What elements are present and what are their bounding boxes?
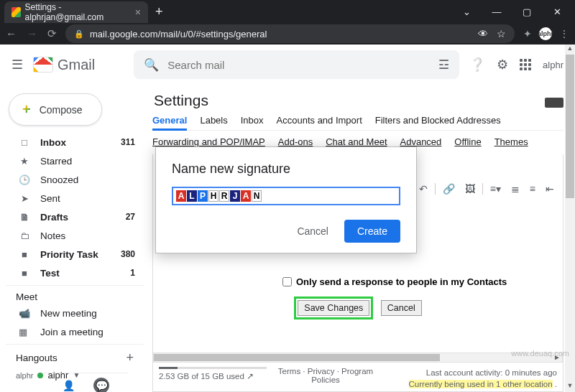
sidebar-item-count: 311 <box>121 137 135 147</box>
forward-icon: → <box>27 27 37 40</box>
settings-cancel-button[interactable]: Cancel <box>381 300 422 316</box>
scroll-up-icon[interactable]: ▲ <box>565 45 575 55</box>
meet-heading: Meet <box>16 291 37 302</box>
close-window-icon[interactable]: ✕ <box>549 6 565 17</box>
signature-char: H <box>208 190 218 202</box>
sidebar-item-drafts[interactable]: 🗎Drafts27 <box>6 207 144 226</box>
name-signature-dialog: Name new signature ALPHRJAN Cancel Creat… <box>155 146 417 253</box>
signature-name-input[interactable]: ALPHRJAN <box>172 187 400 205</box>
sidebar-item-label: Inbox <box>40 137 111 148</box>
sidebar-item-test[interactable]: ■Test1 <box>6 263 144 282</box>
tab-advanced[interactable]: Advanced <box>400 136 442 147</box>
close-tab-icon[interactable]: × <box>135 6 141 18</box>
new-hangout-icon[interactable]: + <box>126 350 134 365</box>
profile-avatar[interactable]: alphr <box>539 27 552 40</box>
sidebar-item-count: 27 <box>126 212 135 222</box>
save-changes-button[interactable]: Save Changes <box>298 300 369 316</box>
search-input[interactable] <box>167 59 430 71</box>
search-options-icon[interactable]: ☲ <box>438 57 449 73</box>
tab-themes[interactable]: Themes <box>494 136 528 147</box>
numbered-list-icon[interactable]: ≣ <box>508 182 523 196</box>
dialog-cancel-button[interactable]: Cancel <box>287 220 339 243</box>
extensions-icon[interactable]: ✦ <box>523 28 532 39</box>
tab-offline[interactable]: Offline <box>454 136 481 147</box>
footer-links[interactable]: Terms · Privacy · Program Policies <box>278 367 373 384</box>
signature-char: R <box>219 190 229 202</box>
address-bar[interactable]: 🔒 mail.google.com/mail/u/0/#settings/gen… <box>65 24 515 43</box>
contacts-only-label: Only send a response to people in my Con… <box>296 276 507 287</box>
hangouts-heading: Hangouts <box>16 353 58 363</box>
sidebar-item-sent[interactable]: ➤Sent <box>6 189 144 207</box>
sidebar-item-label: Notes <box>40 230 125 241</box>
meet-icon: ▦ <box>19 327 30 337</box>
sidebar-item-label: Test <box>40 268 120 279</box>
reload-icon[interactable]: ⟳ <box>47 27 57 40</box>
browser-tab[interactable]: Settings - alphrjan@gmail.com × <box>4 1 148 23</box>
sidebar-item-inbox[interactable]: □Inbox311 <box>6 133 144 151</box>
contacts-only-checkbox[interactable] <box>282 277 292 286</box>
dialog-create-button[interactable]: Create <box>344 220 400 243</box>
main-menu-icon[interactable]: ☰ <box>12 57 23 73</box>
tab-forwarding-and-pop-imap[interactable]: Forwarding and POP/IMAP <box>152 136 265 147</box>
sidebar-item-notes[interactable]: 🗀Notes <box>6 226 144 245</box>
scroll-down-icon[interactable]: ▼ <box>565 382 575 392</box>
eye-icon[interactable]: 👁 <box>478 28 488 39</box>
link-icon[interactable]: 🔗 <box>440 182 458 196</box>
meet-new-meeting[interactable]: 📹New meeting <box>6 304 144 322</box>
meet-join-a-meeting[interactable]: ▦Join a meeting <box>6 322 144 341</box>
sidebar-item-label: Drafts <box>40 212 116 223</box>
search-icon[interactable]: 🔍 <box>144 57 159 73</box>
sidebar-item-priority-task[interactable]: ■Priority Task380 <box>6 245 144 263</box>
folder-icon: ★ <box>19 156 30 167</box>
compose-button[interactable]: + Compose <box>9 93 102 126</box>
search-box[interactable]: 🔍 ☲ <box>134 50 459 79</box>
new-tab-button[interactable]: + <box>155 4 163 19</box>
tab-accounts-and-import[interactable]: Accounts and Import <box>277 115 362 126</box>
horizontal-scrollbar[interactable]: ◄ ► <box>153 353 563 363</box>
undo-icon[interactable]: ↶ <box>416 182 431 196</box>
vscrollbar-thumb[interactable] <box>566 55 574 198</box>
maximize-icon[interactable]: ▢ <box>519 6 535 17</box>
signature-char: J <box>230 190 240 202</box>
chevron-down-icon[interactable]: ⌄ <box>459 6 474 17</box>
support-icon[interactable]: ❔ <box>469 57 485 73</box>
plus-icon: + <box>22 101 31 118</box>
language-selector[interactable] <box>545 98 564 108</box>
signature-char: N <box>252 190 262 202</box>
tab-labels[interactable]: Labels <box>200 115 227 126</box>
hangouts-chat-tab[interactable]: 💬 <box>93 378 109 392</box>
back-icon[interactable]: ← <box>6 27 17 40</box>
indent-icon[interactable]: ⇤ <box>543 182 557 196</box>
watermark-text: www.deuaq.com <box>511 349 569 358</box>
gmail-logo[interactable]: Gmail <box>33 57 95 73</box>
sidebar-item-snoozed[interactable]: 🕒Snoozed <box>6 170 144 189</box>
lock-icon: 🔒 <box>74 29 84 39</box>
sidebar-item-starred[interactable]: ★Starred <box>6 151 144 170</box>
page-title: Settings <box>152 90 208 115</box>
tab-inbox[interactable]: Inbox <box>241 115 264 126</box>
image-icon[interactable]: 🖼 <box>462 182 478 196</box>
vertical-scrollbar[interactable]: ▲ ▼ <box>565 45 575 392</box>
hangouts-person-tab[interactable]: 👤 <box>60 378 76 392</box>
align-icon[interactable]: ≡▾ <box>487 182 504 196</box>
account-label[interactable]: alphr <box>543 60 564 70</box>
folder-icon: □ <box>19 137 30 148</box>
star-icon[interactable]: ☆ <box>497 28 506 39</box>
highlight-frame: Save Changes <box>294 297 373 319</box>
folder-icon: ■ <box>19 249 30 260</box>
tab-filters-and-blocked-addresses[interactable]: Filters and Blocked Addresses <box>375 115 501 126</box>
tab-general[interactable]: General <box>152 115 187 131</box>
tab-add-ons[interactable]: Add-ons <box>278 136 313 147</box>
bullet-list-icon[interactable]: ≡ <box>527 182 538 196</box>
browser-menu-icon[interactable]: ⋮ <box>559 28 569 39</box>
google-apps-icon[interactable] <box>520 59 531 70</box>
storage-link-icon[interactable]: ↗ <box>247 372 254 381</box>
minimize-icon[interactable]: — <box>489 6 505 17</box>
folder-icon: 🗀 <box>19 230 30 241</box>
settings-gear-icon[interactable]: ⚙ <box>497 57 508 73</box>
tab-chat-and-meet[interactable]: Chat and Meet <box>326 136 387 147</box>
scrollbar-thumb[interactable] <box>154 354 440 361</box>
sidebar-item-label: Snoozed <box>40 174 125 185</box>
url-text: mail.google.com/mail/u/0/#settings/gener… <box>90 29 267 39</box>
folder-icon: ➤ <box>19 193 30 204</box>
